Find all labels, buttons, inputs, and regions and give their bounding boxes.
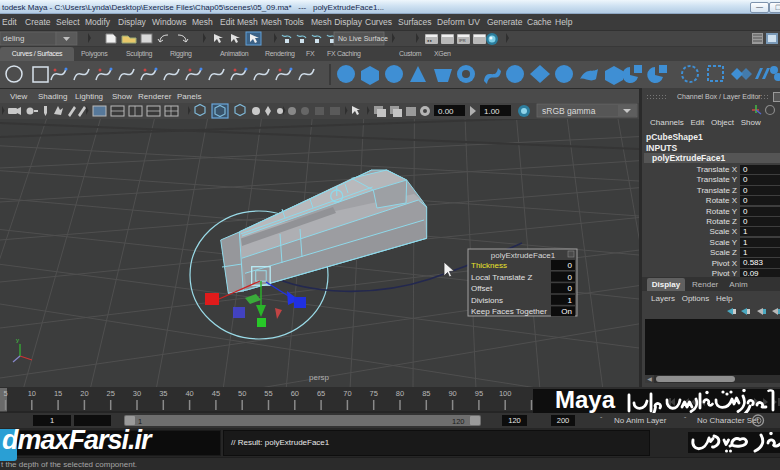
svg-text:45: 45	[212, 389, 220, 398]
svg-text:65: 65	[317, 389, 325, 398]
svg-text:polyExtrudeFace1: polyExtrudeFace1	[491, 251, 556, 260]
svg-text:IPR: IPR	[459, 38, 466, 43]
svg-text:75: 75	[370, 389, 378, 398]
svg-text:1.00: 1.00	[484, 107, 500, 116]
svg-text:10: 10	[28, 389, 36, 398]
svg-text:0: 0	[568, 273, 573, 282]
svg-text:20: 20	[80, 389, 88, 398]
svg-text:60: 60	[291, 389, 299, 398]
svg-text:50: 50	[238, 389, 246, 398]
svg-text:No Live Surface: No Live Surface	[338, 35, 388, 42]
svg-text:y: y	[16, 337, 19, 343]
svg-text:40: 40	[185, 389, 193, 398]
svg-text:Thickness: Thickness	[471, 261, 507, 270]
svg-text:sRGB gamma: sRGB gamma	[542, 106, 596, 116]
svg-text:35: 35	[159, 389, 167, 398]
svg-text:●●: ●●	[427, 38, 432, 43]
svg-text:5: 5	[3, 389, 7, 398]
svg-text:100: 100	[499, 389, 512, 398]
svg-text:Keep Faces Together: Keep Faces Together	[471, 307, 547, 316]
svg-text:On: On	[561, 307, 572, 316]
svg-text:1: 1	[568, 296, 573, 305]
svg-text:Divisions: Divisions	[471, 296, 503, 305]
svg-text:90: 90	[448, 389, 456, 398]
svg-text:80: 80	[396, 389, 404, 398]
svg-text:15: 15	[54, 389, 62, 398]
svg-text:85: 85	[422, 389, 430, 398]
svg-text:Local Translate Z: Local Translate Z	[471, 273, 532, 282]
svg-text:deling: deling	[3, 34, 24, 43]
svg-text:Offset: Offset	[471, 284, 493, 293]
svg-text:0: 0	[568, 284, 573, 293]
svg-text:55: 55	[264, 389, 272, 398]
svg-text:95: 95	[475, 389, 483, 398]
svg-text:0.00: 0.00	[438, 107, 454, 116]
svg-text:30: 30	[133, 389, 141, 398]
svg-text:70: 70	[343, 389, 351, 398]
svg-text:0: 0	[568, 261, 573, 270]
svg-text:25: 25	[107, 389, 115, 398]
svg-text:persp: persp	[309, 373, 330, 382]
